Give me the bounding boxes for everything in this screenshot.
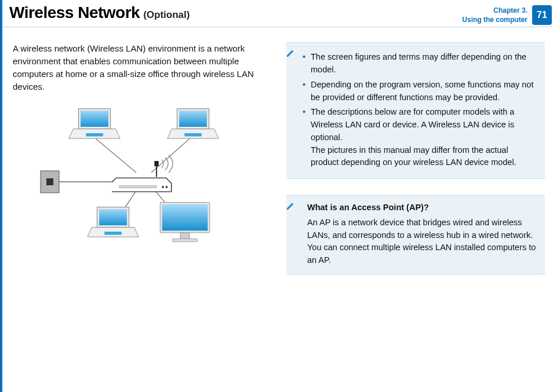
note-pencil-icon bbox=[285, 200, 296, 211]
laptop-icon bbox=[68, 107, 121, 144]
chapter-line-2: Using the computer bbox=[462, 15, 527, 24]
svg-point-11 bbox=[166, 186, 168, 188]
svg-rect-13 bbox=[184, 133, 201, 137]
chapter-label: Chapter 3. Using the computer bbox=[462, 3, 532, 27]
ap-body: An AP is a network device that bridges w… bbox=[294, 217, 537, 267]
note-item-line: The descriptions below are for computer … bbox=[311, 107, 514, 142]
notes-callout: The screen figures and terms may differ … bbox=[286, 42, 545, 179]
note-item: Depending on the program version, some f… bbox=[311, 79, 537, 104]
svg-rect-9 bbox=[119, 186, 157, 189]
chapter-line-1: Chapter 3. bbox=[462, 6, 527, 15]
header-right: Chapter 3. Using the computer 71 bbox=[462, 3, 553, 27]
svg-rect-14 bbox=[104, 232, 121, 235]
notes-list: The screen figures and terms may differ … bbox=[294, 51, 537, 169]
title-block: Wireless Network (Optional) bbox=[9, 3, 190, 25]
page-title: Wireless Network bbox=[9, 3, 140, 22]
laptop-icon bbox=[86, 205, 140, 242]
laptop-icon bbox=[166, 107, 220, 144]
wall-jack-icon bbox=[40, 170, 60, 193]
access-point-callout: What is an Access Point (AP)? An AP is a… bbox=[286, 195, 545, 274]
svg-rect-16 bbox=[162, 204, 208, 230]
svg-rect-8 bbox=[154, 161, 158, 166]
svg-rect-18 bbox=[172, 239, 198, 242]
right-column: The screen figures and terms may differ … bbox=[286, 42, 545, 274]
note-pencil-icon bbox=[285, 47, 296, 58]
page-number-badge: 71 bbox=[532, 5, 552, 25]
svg-rect-17 bbox=[180, 233, 190, 239]
svg-rect-6 bbox=[46, 178, 53, 185]
note-item-line: The pictures in this manual may differ f… bbox=[311, 145, 516, 167]
left-column: A wireless network (Wireless LAN) enviro… bbox=[13, 42, 271, 274]
page-subtitle: (Optional) bbox=[143, 9, 190, 21]
note-item: The descriptions below are for computer … bbox=[311, 106, 537, 169]
svg-point-10 bbox=[162, 186, 164, 188]
router-icon bbox=[112, 161, 176, 198]
ap-heading: What is an Access Point (AP)? bbox=[294, 202, 537, 214]
monitor-icon bbox=[157, 200, 213, 246]
intro-paragraph: A wireless network (Wireless LAN) enviro… bbox=[13, 42, 262, 93]
network-diagram bbox=[38, 103, 246, 254]
note-item: The screen figures and terms may differ … bbox=[311, 51, 537, 76]
page-header: Wireless Network (Optional) Chapter 3. U… bbox=[2, 0, 553, 27]
svg-rect-12 bbox=[86, 133, 103, 137]
content-area: A wireless network (Wireless LAN) enviro… bbox=[2, 27, 553, 274]
